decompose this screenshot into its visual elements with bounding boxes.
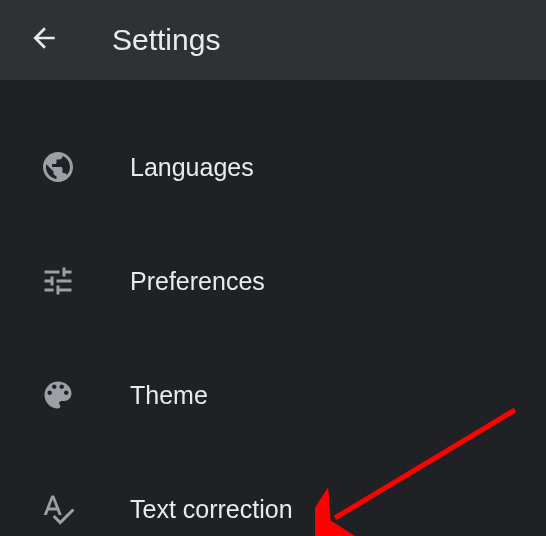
settings-item-preferences[interactable]: Preferences: [0, 224, 546, 338]
list-item-label: Text correction: [130, 495, 293, 524]
settings-item-theme[interactable]: Theme: [0, 338, 546, 452]
globe-icon: [38, 147, 78, 187]
list-item-label: Theme: [130, 381, 208, 410]
page-title: Settings: [112, 23, 220, 57]
tune-icon: [38, 261, 78, 301]
settings-list: Languages Preferences Theme Text correct…: [0, 80, 546, 536]
app-header: Settings: [0, 0, 546, 80]
list-item-label: Languages: [130, 153, 254, 182]
text-correction-icon: [38, 489, 78, 529]
settings-item-text-correction[interactable]: Text correction: [0, 452, 546, 536]
back-button[interactable]: [20, 16, 68, 64]
arrow-back-icon: [28, 22, 60, 58]
palette-icon: [38, 375, 78, 415]
settings-item-languages[interactable]: Languages: [0, 110, 546, 224]
list-item-label: Preferences: [130, 267, 265, 296]
